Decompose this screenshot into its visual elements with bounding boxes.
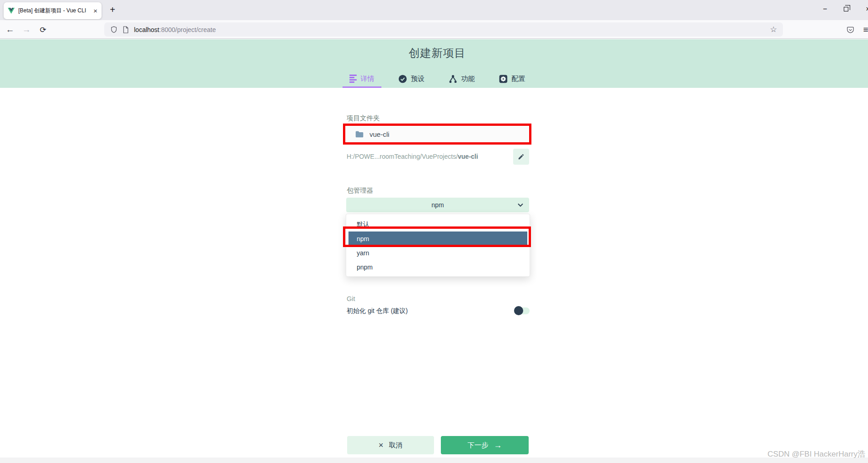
project-path-prefix: H:/POWE...roomTeaching/VueProjects/ xyxy=(347,153,458,160)
tab-close-icon[interactable]: × xyxy=(93,7,97,14)
vue-logo-icon xyxy=(8,8,15,14)
bookmark-star-icon[interactable]: ☆ xyxy=(770,25,777,34)
page-info-icon[interactable] xyxy=(123,26,129,33)
cancel-button[interactable]: × 取消 xyxy=(347,436,434,454)
new-tab-button[interactable]: + xyxy=(107,4,118,16)
pm-option-default[interactable]: 默认 xyxy=(348,217,527,232)
menu-hamburger-icon[interactable]: ≡ xyxy=(860,24,868,36)
edit-path-button[interactable] xyxy=(513,149,529,165)
next-arrow-icon: → xyxy=(494,441,502,449)
git-init-toggle[interactable] xyxy=(514,306,530,315)
pm-option-yarn[interactable]: yarn xyxy=(348,246,527,260)
git-section-label: Git xyxy=(347,295,355,302)
window-restore-button[interactable] xyxy=(839,0,853,18)
package-manager-label: 包管理器 xyxy=(347,186,373,195)
window-close-button[interactable]: × xyxy=(861,0,868,18)
wizard-tabs: 详情 预设 功能 配置 xyxy=(320,71,554,88)
config-gear-icon xyxy=(499,75,508,83)
pocket-icon[interactable] xyxy=(844,24,856,36)
tab-details[interactable]: 详情 xyxy=(343,71,381,88)
screen: [Beta] 创建新项目 - Vue CLI × + − × ← → ⟳ loc… xyxy=(0,0,868,463)
cancel-button-label: 取消 xyxy=(389,441,402,450)
folder-label: 项目文件夹 xyxy=(347,114,380,123)
folder-icon xyxy=(355,131,364,138)
url-bar[interactable]: localhost:8000/project/create ☆ xyxy=(104,22,783,37)
toggle-knob xyxy=(514,306,523,315)
window-minimize-button[interactable]: − xyxy=(818,0,832,18)
app-header: 创建新项目 详情 预设 功能 配置 xyxy=(0,39,868,88)
page-title: 创建新项目 xyxy=(343,46,531,60)
tab-presets[interactable]: 预设 xyxy=(391,71,432,88)
project-folder-field[interactable] xyxy=(345,126,529,142)
reload-button[interactable]: ⟳ xyxy=(37,24,49,36)
forward-button[interactable]: → xyxy=(21,24,32,36)
window-restore-icon xyxy=(844,7,848,11)
details-list-icon xyxy=(349,75,357,83)
project-path-name: vue-cli xyxy=(458,153,478,160)
next-button[interactable]: 下一步 → xyxy=(441,436,529,454)
tab-features-label: 功能 xyxy=(461,75,475,83)
footer-strip xyxy=(0,458,868,463)
tab-presets-label: 预设 xyxy=(411,75,425,83)
project-path: H:/POWE...roomTeaching/VueProjects/vue-c… xyxy=(347,153,478,160)
shield-icon xyxy=(110,26,118,33)
cancel-x-icon: × xyxy=(379,441,384,449)
url-host: localhost xyxy=(134,26,159,33)
watermark: CSDN @FBI HackerHarry浩 xyxy=(767,449,865,459)
tab-features[interactable]: 功能 xyxy=(442,71,482,88)
url-path: :8000/project/create xyxy=(159,26,216,33)
package-manager-select[interactable]: npm xyxy=(346,198,529,212)
tab-config-label: 配置 xyxy=(512,75,525,83)
chevron-down-icon xyxy=(518,203,523,207)
browser-nav-bar: ← → ⟳ localhost:8000/project/create ☆ ≡ xyxy=(0,20,868,39)
back-button[interactable]: ← xyxy=(4,24,16,36)
pm-option-pnpm[interactable]: pnpm xyxy=(348,260,527,274)
git-init-label: 初始化 git 仓库 (建议) xyxy=(347,307,408,315)
tab-details-label: 详情 xyxy=(361,75,375,83)
url-text: localhost:8000/project/create xyxy=(134,26,765,33)
package-manager-value: npm xyxy=(431,201,444,209)
pm-option-npm[interactable]: npm xyxy=(348,232,527,246)
pencil-icon xyxy=(518,153,525,160)
folder-name-input[interactable] xyxy=(370,130,507,138)
next-button-label: 下一步 xyxy=(468,441,488,450)
browser-tab-bar: [Beta] 创建新项目 - Vue CLI × + − × xyxy=(0,0,868,20)
check-circle-icon xyxy=(398,75,407,83)
package-manager-dropdown: 默认 npm yarn pnpm xyxy=(346,214,530,277)
browser-tab[interactable]: [Beta] 创建新项目 - Vue CLI × xyxy=(4,2,102,19)
features-nodes-icon xyxy=(449,75,457,83)
browser-tab-title: [Beta] 创建新项目 - Vue CLI xyxy=(18,7,90,15)
tab-config[interactable]: 配置 xyxy=(492,71,532,88)
